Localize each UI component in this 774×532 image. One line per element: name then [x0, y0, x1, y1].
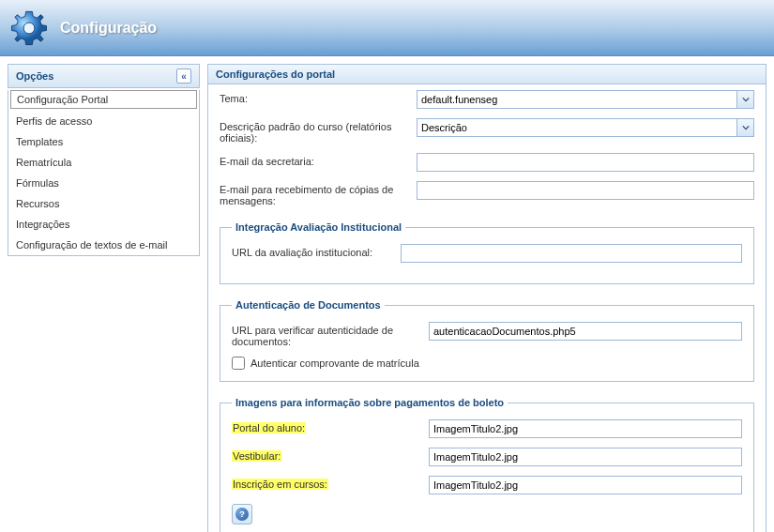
sidebar-title: Opções [16, 70, 53, 82]
descricao-select[interactable] [417, 118, 737, 137]
page-title: Configuração [60, 20, 157, 37]
integracao-fieldset: Integração Avaliação Institucional URL d… [220, 221, 754, 284]
chevron-down-icon [742, 96, 750, 103]
sidebar-item-3[interactable]: Rematrícula [8, 152, 199, 173]
sidebar-item-7[interactable]: Configuração de textos de e-mail [8, 235, 199, 255]
descricao-label: Descrição padrão do curso (relatórios of… [220, 118, 417, 144]
tema-select[interactable] [417, 90, 737, 109]
page-header: Configuração [0, 0, 774, 56]
imagens-fieldset: Imagens para informação sobre pagamentos… [220, 397, 754, 532]
email-secretaria-label: E-mail da secretaria: [220, 153, 417, 167]
email-secretaria-input[interactable] [417, 153, 754, 172]
help-button[interactable]: ? [232, 504, 252, 524]
autenticar-label: Autenticar comprovante de matrícula [250, 357, 419, 369]
sidebar-item-1[interactable]: Perfis de acesso [8, 111, 199, 131]
vestibular-label: Vestibular: [232, 448, 429, 462]
content-panel: Configurações do portal Tema: Descrição … [207, 64, 766, 532]
sidebar-item-6[interactable]: Integrações [8, 214, 199, 235]
tema-dropdown-button[interactable] [737, 90, 754, 109]
autenticacao-legend: Autenticação de Documentos [232, 299, 385, 311]
help-icon: ? [235, 508, 249, 521]
sidebar-header: Opções « [8, 64, 200, 88]
sidebar-item-0[interactable]: Configuração Portal [10, 90, 197, 109]
url-avaliacao-label: URL da avaliação institucional: [232, 244, 401, 258]
sidebar: Opções « Configuração PortalPerfis de ac… [8, 64, 200, 532]
integracao-legend: Integração Avaliação Institucional [232, 221, 405, 233]
chevron-left-icon: « [181, 71, 187, 82]
url-autenticidade-label: URL para verificar autenticidade de docu… [232, 322, 429, 347]
descricao-dropdown-button[interactable] [737, 118, 754, 137]
portal-aluno-input[interactable] [429, 419, 742, 438]
url-autenticidade-input[interactable] [429, 322, 742, 341]
url-avaliacao-input[interactable] [401, 244, 742, 263]
inscricao-label: Inscrição em cursos: [232, 476, 429, 490]
tema-label: Tema: [220, 90, 417, 104]
inscricao-input[interactable] [429, 476, 742, 494]
sidebar-list: Configuração PortalPerfis de acessoTempl… [8, 90, 200, 256]
email-copias-label: E-mail para recebimento de cópias de men… [220, 181, 417, 206]
autenticar-checkbox[interactable] [232, 357, 245, 370]
sidebar-item-4[interactable]: Fórmulas [8, 173, 199, 193]
portal-aluno-label: Portal do aluno: [232, 419, 429, 433]
sidebar-item-2[interactable]: Templates [8, 131, 199, 152]
vestibular-input[interactable] [429, 448, 742, 466]
chevron-down-icon [742, 124, 750, 131]
content-title: Configurações do portal [208, 65, 766, 84]
imagens-legend: Imagens para informação sobre pagamentos… [232, 397, 508, 408]
email-copias-input[interactable] [417, 181, 754, 200]
autenticacao-fieldset: Autenticação de Documentos URL para veri… [220, 299, 754, 382]
gear-icon [9, 8, 49, 48]
svg-point-0 [23, 23, 35, 34]
collapse-button[interactable]: « [176, 68, 191, 84]
sidebar-item-5[interactable]: Recursos [8, 193, 199, 214]
